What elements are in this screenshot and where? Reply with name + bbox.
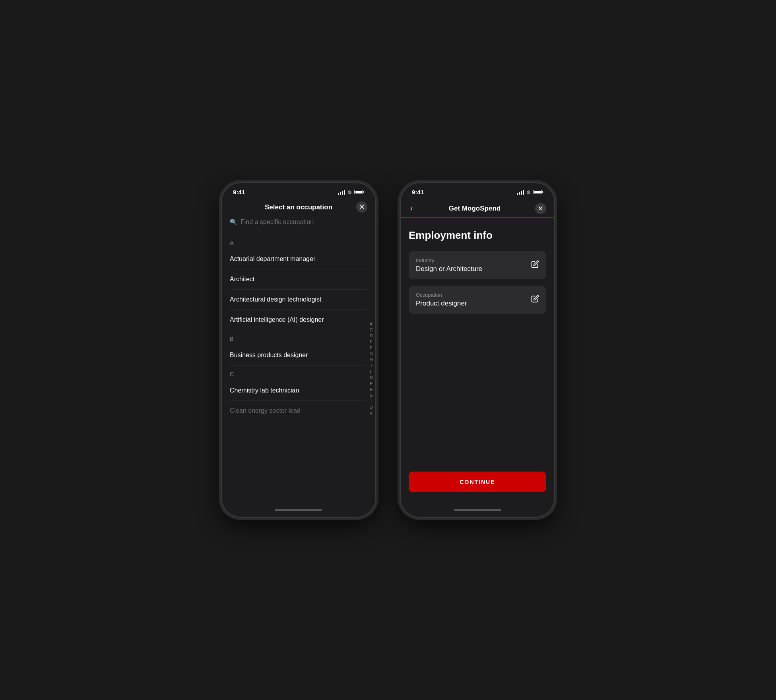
occupation-edit-button[interactable]	[531, 295, 539, 305]
alpha-index[interactable]: A C D E F G H I L N P R S T U V	[369, 234, 373, 503]
left-phone: 9:41 ⊜ Select an occupation ✕ 🔍	[221, 182, 376, 518]
modal-header: Select an occupation ✕	[222, 199, 375, 215]
list-item[interactable]: Business products designer	[230, 345, 367, 365]
alpha-h[interactable]: H	[370, 358, 373, 362]
nav-header: ‹ Get MogoSpend ✕	[401, 199, 554, 218]
battery-icon-right	[533, 190, 543, 194]
occupation-card-left: Occupation Product designer	[416, 292, 467, 307]
industry-card-left: Industry Design or Architecture	[416, 257, 482, 273]
signal-bars-right	[517, 190, 524, 195]
wifi-icon-right: ⊜	[526, 189, 531, 195]
page-title: Employment info	[409, 229, 546, 242]
nav-close-button[interactable]: ✕	[535, 203, 546, 214]
employment-content: Employment info Industry Design or Archi…	[401, 218, 554, 503]
search-input[interactable]	[241, 219, 367, 226]
occupation-list[interactable]: A Actuarial department manager Architect…	[222, 234, 375, 503]
alpha-d[interactable]: D	[370, 334, 373, 338]
search-icon: 🔍	[230, 219, 237, 226]
list-item[interactable]: Chemistry lab technician	[230, 381, 367, 401]
industry-value: Design or Architecture	[416, 265, 482, 273]
close-button[interactable]: ✕	[356, 201, 367, 213]
modal-title: Select an occupation	[265, 203, 332, 211]
status-icons-right: ⊜	[517, 189, 543, 195]
alpha-f[interactable]: F	[370, 346, 372, 350]
alpha-e[interactable]: E	[370, 340, 372, 344]
list-item[interactable]: Actuarial department manager	[230, 249, 367, 269]
alpha-g[interactable]: G	[369, 352, 373, 356]
signal-bars-left	[338, 190, 345, 195]
search-wrapper: 🔍	[230, 219, 367, 229]
list-item[interactable]: Artificial intelligence (AI) designer	[230, 310, 367, 330]
alpha-u[interactable]: U	[370, 405, 373, 410]
alpha-r[interactable]: R	[370, 387, 373, 392]
right-phone-content: ‹ Get MogoSpend ✕ Employment info Indust…	[401, 199, 554, 517]
occupation-value: Product designer	[416, 300, 467, 307]
alpha-p[interactable]: P	[370, 381, 372, 386]
home-indicator-right	[401, 503, 554, 517]
alpha-a[interactable]: A	[370, 322, 372, 326]
industry-edit-button[interactable]	[531, 260, 539, 270]
continue-button[interactable]: CONTINUE	[409, 472, 546, 492]
alpha-n[interactable]: N	[370, 375, 373, 380]
alpha-l[interactable]: L	[370, 369, 372, 374]
left-phone-content: Select an occupation ✕ 🔍 A Actuarial dep…	[222, 199, 375, 517]
occupation-label: Occupation	[416, 292, 467, 298]
alpha-v[interactable]: V	[370, 411, 372, 416]
phone-notch	[273, 183, 324, 195]
industry-card: Industry Design or Architecture	[409, 251, 546, 279]
right-phone: 9:41 ⊜ ‹ Get MogoSpend ✕ Employment info	[400, 182, 555, 518]
alpha-i[interactable]: I	[371, 364, 372, 368]
occupation-card: Occupation Product designer	[409, 286, 546, 314]
nav-title: Get MogoSpend	[449, 205, 501, 213]
status-icons-left: ⊜	[338, 189, 364, 195]
home-bar-left	[275, 509, 322, 511]
alpha-s[interactable]: S	[370, 393, 372, 398]
home-indicator-left	[222, 503, 375, 517]
wifi-icon-left: ⊜	[347, 189, 352, 195]
alpha-c[interactable]: C	[370, 328, 373, 332]
section-header-c: C	[230, 365, 367, 381]
list-item[interactable]: Architectural design technologist	[230, 290, 367, 310]
battery-icon-left	[354, 190, 364, 194]
search-container: 🔍	[222, 215, 375, 234]
back-button[interactable]: ‹	[409, 203, 414, 214]
section-header-a: A	[230, 234, 367, 249]
list-item[interactable]: Architect	[230, 269, 367, 290]
status-time-left: 9:41	[233, 189, 245, 195]
phone-notch-right	[452, 183, 503, 195]
list-item: Clean energy sector lead	[230, 401, 367, 421]
industry-label: Industry	[416, 257, 482, 263]
home-bar-right	[454, 509, 501, 511]
status-time-right: 9:41	[412, 189, 424, 195]
section-header-b: B	[230, 330, 367, 345]
alpha-t[interactable]: T	[370, 399, 372, 404]
